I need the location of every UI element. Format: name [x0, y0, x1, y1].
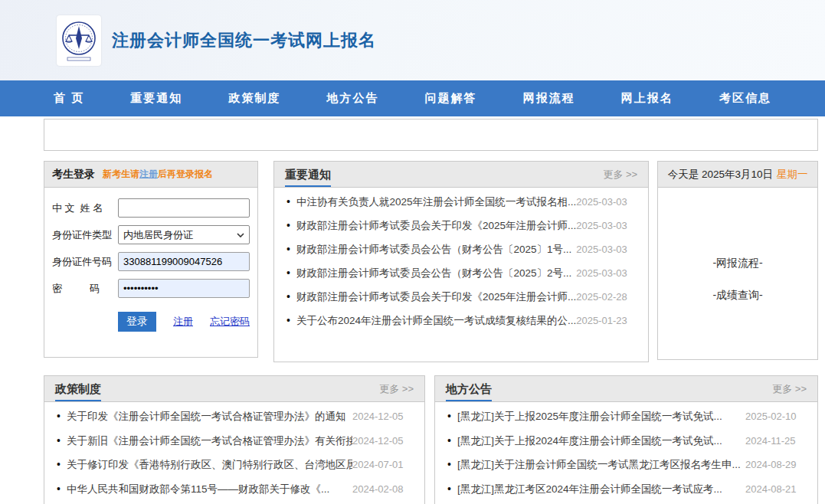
- bullet-icon: •: [286, 195, 290, 208]
- notice-date: 2025-03-03: [576, 220, 636, 231]
- policy-date: 2024-12-05: [352, 411, 412, 422]
- policy-title: 政策制度: [55, 376, 101, 401]
- nav-item-examarea[interactable]: 考区信息: [719, 91, 771, 106]
- notices-list: • 中注协有关负责人就2025年注册会计师全国统一考试报名相... 2025-0…: [274, 188, 648, 338]
- policy-panel: 政策制度 更多 >> • 关于印发《注册会计师全国统一考试合格证管理办法》的通知…: [44, 375, 425, 504]
- name-input[interactable]: [118, 198, 250, 218]
- local-date: 2025-02-10: [745, 411, 805, 422]
- policy-link[interactable]: 关于新旧《注册会计师全国统一考试合格证管理办法》有关衔接...: [67, 434, 352, 448]
- login-panel-header: 考生登录 新考生请注册后再登录报名: [44, 162, 257, 188]
- policy-link[interactable]: 关于印发《注册会计师全国统一考试合格证管理办法》的通知: [67, 410, 352, 424]
- id-type-selected-value: 内地居民身份证: [123, 228, 193, 242]
- notice-item: • 财政部注册会计师考试委员会关于印发《2025年注册会计师... 2025-0…: [286, 219, 636, 243]
- bullet-icon: •: [447, 458, 451, 470]
- login-panel: 考生登录 新考生请注册后再登录报名 中 文 姓 名 身份证件类型 内地居民身份证: [44, 161, 258, 358]
- today-panel: 今天是 2025年3月10日 星期一 -网报流程- -成绩查询-: [657, 161, 818, 360]
- nav-item-policy[interactable]: 政策制度: [228, 91, 280, 106]
- nav-item-process[interactable]: 网报流程: [523, 91, 575, 106]
- policy-item: • 关于修订印发《香港特别行政区、澳门特别行政区、台湾地区居... 2024-0…: [57, 458, 412, 483]
- bullet-icon: •: [286, 219, 290, 231]
- local-date: 2024-11-25: [745, 435, 805, 447]
- notices-more-link[interactable]: 更多 >>: [603, 168, 637, 182]
- policy-date: 2024-02-08: [352, 483, 412, 495]
- policy-item: • 关于新旧《注册会计师全国统一考试合格证管理办法》有关衔接... 2024-1…: [57, 434, 412, 459]
- bullet-icon: •: [57, 458, 61, 470]
- id-number-label: 身份证件号码: [52, 255, 118, 269]
- bullet-icon: •: [57, 410, 61, 422]
- policy-item: • 中华人民共和国财政部令第115号——财政部关于修改《... 2024-02-…: [57, 483, 412, 504]
- forgot-password-link[interactable]: 忘记密码: [210, 315, 250, 329]
- notice-link[interactable]: 财政部注册会计师考试委员会公告（财考公告〔2025〕1号...: [296, 243, 576, 257]
- local-header: 地方公告 更多 >>: [435, 376, 817, 402]
- bullet-icon: •: [286, 290, 290, 303]
- nav-item-signup[interactable]: 网上报名: [621, 91, 673, 106]
- local-date: 2024-08-29: [745, 459, 805, 470]
- notice-link[interactable]: 财政部注册会计师考试委员会关于印发《2025年注册会计师...: [296, 290, 576, 304]
- bullet-icon: •: [447, 410, 451, 422]
- local-item: • [黑龙江]关于上报2025年度注册会计师全国统一考试免试... 2025-0…: [447, 410, 805, 434]
- new-candidate-hint: 新考生请注册后再登录报名: [103, 168, 213, 181]
- notice-link[interactable]: 关于公布2024年注册会计师全国统一考试成绩复核结果的公...: [296, 314, 576, 328]
- policy-header: 政策制度 更多 >>: [44, 376, 424, 402]
- notice-item: • 财政部注册会计师考试委员会公告（财考公告〔2025〕2号... 2025-0…: [286, 267, 636, 290]
- id-type-label: 身份证件类型: [52, 228, 118, 242]
- local-link[interactable]: [黑龙江]关于注册会计师全国统一考试黑龙江考区报名考生申...: [457, 458, 745, 472]
- notice-date: 2025-03-03: [576, 267, 636, 279]
- register-link[interactable]: 注册: [173, 315, 193, 329]
- notice-link[interactable]: 中注协有关负责人就2025年注册会计师全国统一考试报名相...: [296, 195, 576, 209]
- cicpa-emblem-icon: [60, 18, 98, 63]
- cicpa-logo: [57, 15, 101, 66]
- local-announcements-panel: 地方公告 更多 >> • [黑龙江]关于上报2025年度注册会计师全国统一考试免…: [434, 375, 818, 504]
- bullet-icon: •: [286, 314, 290, 326]
- process-quick-link[interactable]: -网报流程-: [712, 257, 762, 270]
- today-header: 今天是 2025年3月10日 星期一: [658, 162, 817, 188]
- password-label: 密 码: [52, 282, 118, 296]
- notice-date: 2025-03-03: [576, 196, 636, 208]
- local-item: • [黑龙江]关于上报2024年度注册会计师全国统一考试免试... 2024-1…: [447, 434, 805, 459]
- id-number-input[interactable]: [118, 252, 250, 271]
- local-item: • [黑龙江]关于注册会计师全国统一考试黑龙江考区报名考生申... 2024-0…: [447, 458, 805, 483]
- today-weekday-link[interactable]: 星期一: [777, 168, 808, 182]
- policy-more-link[interactable]: 更多 >>: [379, 382, 414, 396]
- nav-item-home[interactable]: 首 页: [54, 91, 84, 106]
- register-inline-link[interactable]: 注册: [139, 169, 158, 179]
- notice-item: • 关于公布2024年注册会计师全国统一考试成绩复核结果的公... 2025-0…: [286, 314, 636, 338]
- local-date: 2024-08-21: [745, 483, 805, 495]
- notice-item: • 中注协有关负责人就2025年注册会计师全国统一考试报名相... 2025-0…: [286, 195, 636, 219]
- notice-link[interactable]: 财政部注册会计师考试委员会公告（财考公告〔2025〕2号...: [296, 267, 576, 280]
- local-link[interactable]: [黑龙江]关于上报2024年度注册会计师全国统一考试免试...: [457, 434, 745, 448]
- name-label: 中 文 姓 名: [52, 201, 118, 215]
- login-form: 中 文 姓 名 身份证件类型 内地居民身份证 身份证件号码: [44, 188, 257, 332]
- local-title: 地方公告: [446, 376, 492, 401]
- notices-title: 重要通知: [285, 162, 331, 187]
- policy-date: 2024-07-01: [352, 459, 412, 470]
- policy-link[interactable]: 中华人民共和国财政部令第115号——财政部关于修改《...: [67, 483, 352, 496]
- policy-item: • 关于印发《注册会计师全国统一考试合格证管理办法》的通知 2024-12-05: [57, 410, 412, 434]
- login-button[interactable]: 登录: [118, 312, 156, 332]
- quick-links: -网报流程- -成绩查询-: [658, 188, 817, 321]
- policy-list: • 关于印发《注册会计师全国统一考试合格证管理办法》的通知 2024-12-05…: [44, 402, 424, 504]
- bullet-icon: •: [447, 483, 451, 495]
- local-more-link[interactable]: 更多 >>: [772, 382, 807, 396]
- bullet-icon: •: [57, 434, 61, 447]
- notice-date: 2025-01-23: [576, 315, 636, 326]
- score-query-quick-link[interactable]: -成绩查询-: [712, 289, 762, 303]
- today-date-text: 今天是 2025年3月10日: [668, 168, 773, 182]
- notice-date: 2025-02-28: [576, 291, 636, 303]
- password-input[interactable]: [118, 279, 250, 298]
- notice-link[interactable]: 财政部注册会计师考试委员会关于印发《2025年注册会计师...: [296, 219, 576, 233]
- nav-item-local[interactable]: 地方公告: [327, 91, 379, 106]
- main-nav: 首 页 重要通知 政策制度 地方公告 问题解答 网报流程 网上报名 考区信息: [0, 80, 825, 116]
- id-type-select[interactable]: 内地居民身份证: [118, 225, 250, 244]
- hint-suffix: 后再登录报名: [158, 169, 213, 179]
- local-link[interactable]: [黑龙江]关于上报2025年度注册会计师全国统一考试免试...: [457, 410, 745, 424]
- nav-item-faq[interactable]: 问题解答: [425, 91, 477, 106]
- nav-item-notices[interactable]: 重要通知: [130, 91, 182, 106]
- notices-header: 重要通知 更多 >>: [274, 162, 648, 188]
- announcement-bar: [44, 119, 818, 151]
- policy-link[interactable]: 关于修订印发《香港特别行政区、澳门特别行政区、台湾地区居...: [67, 458, 352, 472]
- chevron-down-icon: [237, 233, 244, 237]
- local-link[interactable]: [黑龙江]黑龙江考区2024年注册会计师全国统一考试应考...: [457, 483, 745, 496]
- notice-date: 2025-03-03: [576, 244, 636, 255]
- login-title: 考生登录: [52, 168, 95, 182]
